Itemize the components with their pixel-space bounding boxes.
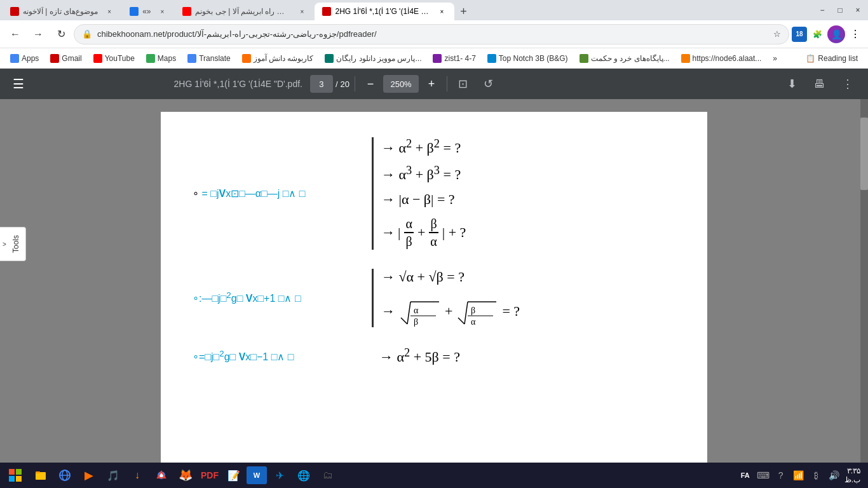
tray-volume[interactable]: 🔊 (827, 468, 842, 483)
tab-2-close[interactable]: × (157, 6, 167, 17)
bookmark-node[interactable]: https://node6.alaat... (676, 53, 767, 64)
tray-keyboard[interactable]: ⌨ (756, 468, 771, 483)
rotate-button[interactable]: ↺ (478, 74, 498, 94)
titlebar: موضوع‌های تازه | آلاخونه × «‌» × جزوه شی… (0, 0, 868, 20)
svg-rect-12 (9, 469, 15, 475)
bookmark-more[interactable]: » (768, 53, 782, 64)
translate-favicon (187, 54, 196, 63)
account-icon[interactable]: 👤 (827, 25, 845, 43)
bookmark-apps[interactable]: Apps (5, 53, 44, 64)
extension-area: 18 🧩 👤 ⋮ (792, 25, 863, 43)
zoom-out-button[interactable]: − (360, 74, 381, 94)
bookmark-translate[interactable]: Translate (182, 53, 236, 64)
taskbar-download[interactable]: ↓ (126, 464, 149, 487)
page-number-input[interactable] (310, 75, 333, 93)
bookmark-zist[interactable]: zist1- 4-7 (428, 53, 480, 64)
math-item-1: → α2 + β2 = ? (381, 137, 466, 156)
svg-text:α: α (414, 306, 419, 315)
secure-icon: 🔒 (82, 29, 92, 39)
taskbar-firefox[interactable]: 🦊 (174, 464, 197, 487)
close-button[interactable]: × (850, 3, 865, 18)
zoom-controls: − + (360, 74, 442, 94)
math-item-4: → | α β + β α | + ? (381, 215, 466, 250)
math-item-5: → √α + √β = ? (381, 269, 520, 285)
bay-favicon (580, 54, 588, 63)
taskbar-chrome[interactable] (150, 464, 173, 487)
taskbar-file-explorer[interactable] (29, 464, 52, 487)
taskbar-pdf[interactable]: PDF (198, 464, 221, 487)
tray-bluetooth[interactable]: ₿ (809, 468, 824, 483)
address-bar[interactable]: 🔒 chibekhoonam.net/product/جزوه-ریاضی-رش… (74, 24, 789, 44)
taskbar-internet[interactable]: 🌐 (292, 464, 315, 487)
taskbar-folder2[interactable]: 🗂 (316, 464, 339, 487)
tools-expand-icon[interactable]: > (3, 240, 6, 247)
tab-3-close[interactable]: × (297, 6, 307, 17)
svg-line-7 (465, 302, 468, 324)
tray-lang[interactable]: FA (738, 468, 753, 483)
star-icon[interactable]: ☆ (773, 29, 781, 39)
tab-1-title: موضوع‌های تازه | آلاخونه (23, 7, 98, 16)
taskbar-telegram[interactable]: ✈ (268, 464, 291, 487)
taskbar-time: ۳:۳۵ ب.ظ (844, 466, 860, 484)
maximize-button[interactable]: □ (832, 3, 848, 18)
tab-list: موضوع‌های تازه | آلاخونه × «‌» × جزوه شی… (3, 0, 815, 20)
pdf-more-button[interactable]: ⋮ (837, 74, 858, 94)
bookmark-karib-label: کاربوشه دانش آموز (254, 54, 314, 63)
forward-button[interactable]: → (28, 24, 48, 44)
minimize-button[interactable]: − (815, 3, 830, 18)
math-block-3-lhs: □ ∧□ j□2g□ Vx□−1□=∘ (193, 349, 364, 363)
tab-2-favicon (130, 7, 139, 16)
pdf-page-controls: / 20 − + ⊡ ↺ (310, 74, 498, 94)
print-button[interactable]: 🖶 (810, 74, 830, 94)
tab-2[interactable]: «‌» × (122, 3, 175, 20)
controls-divider-2 (447, 76, 447, 92)
zist-favicon (433, 54, 442, 63)
pdf-viewer-header: ☰ .2HG 1İ'6İ *,1(İ 1'G '(1İ4E "D'.pdf / … (0, 69, 868, 99)
bookmark-notch-label: Top Notch 3B (B&G) (499, 54, 568, 63)
bookmark-youtube-label: YouTube (105, 54, 135, 63)
tray-question[interactable]: ? (773, 468, 789, 483)
taskbar-browser[interactable] (53, 464, 76, 487)
taskbar-vlc[interactable]: 🎵 (102, 464, 125, 487)
tools-panel[interactable]: Tools > (0, 227, 26, 261)
bookmark-karib[interactable]: کاربوشه دانش آموز (237, 53, 319, 64)
zoom-in-button[interactable]: + (421, 74, 442, 94)
bookmark-notch[interactable]: Top Notch 3B (B&G) (482, 53, 573, 64)
bookmark-maps-label: Maps (158, 54, 176, 63)
fit-page-button[interactable]: ⊡ (452, 74, 473, 94)
pdf-scroll-thumb[interactable] (860, 118, 868, 190)
taskbar-media[interactable]: ▶ (78, 464, 100, 487)
new-tab-button[interactable]: + (454, 3, 472, 20)
tab-1-favicon (10, 7, 19, 16)
tab-1[interactable]: موضوع‌های تازه | آلاخونه × (3, 3, 122, 20)
controls-divider (355, 76, 355, 92)
tab-3[interactable]: جزوه شیمی راه ابریشم آلا | جی بخونم × (175, 3, 315, 20)
tab-4-close[interactable]: × (437, 6, 447, 17)
ext-icon-1[interactable]: 18 (792, 27, 807, 42)
taskbar-notepad[interactable]: 📝 (222, 464, 245, 487)
windows-icon (9, 469, 22, 482)
sqrt-frac-2-svg: β α (455, 295, 499, 327)
tab-4[interactable]: 2HG 1İ'6İ *,1(İ 1'G '(1İ4E "D'.pdf × (315, 3, 454, 20)
bookmark-youtube[interactable]: YouTube (88, 53, 140, 64)
ext-icon-2[interactable]: 🧩 (810, 27, 825, 42)
zoom-input[interactable] (383, 75, 419, 93)
taskbar-word[interactable]: W (247, 466, 267, 484)
back-button[interactable]: ← (5, 24, 25, 44)
chrome-menu-button[interactable]: ⋮ (848, 27, 863, 42)
refresh-button[interactable]: ↻ (51, 24, 71, 44)
tray-network[interactable]: 📶 (791, 468, 806, 483)
download-button[interactable]: ⬇ (782, 74, 802, 94)
svg-line-0 (401, 318, 407, 324)
tab-1-close[interactable]: × (104, 6, 114, 17)
bookmark-bay[interactable]: پایگاه‌های خرد و حکمت... (574, 53, 675, 64)
bookmark-pars[interactable]: پارس موویز دانلود رایگان... (320, 53, 426, 64)
pdf-scrollbar[interactable] (860, 99, 868, 463)
start-button[interactable] (3, 464, 28, 487)
pdf-content-area[interactable]: Tools > □ ∧□ jVx⊡□—α□—j□ = ∘ → α2 + β2 =… (0, 99, 868, 463)
reading-list[interactable]: 📋 Reading list (801, 53, 863, 64)
bookmark-gmail[interactable]: Gmail (45, 53, 86, 64)
bookmark-maps[interactable]: Maps (141, 53, 181, 64)
pdf-menu-button[interactable]: ☰ (10, 74, 27, 94)
node-favicon (681, 54, 690, 63)
